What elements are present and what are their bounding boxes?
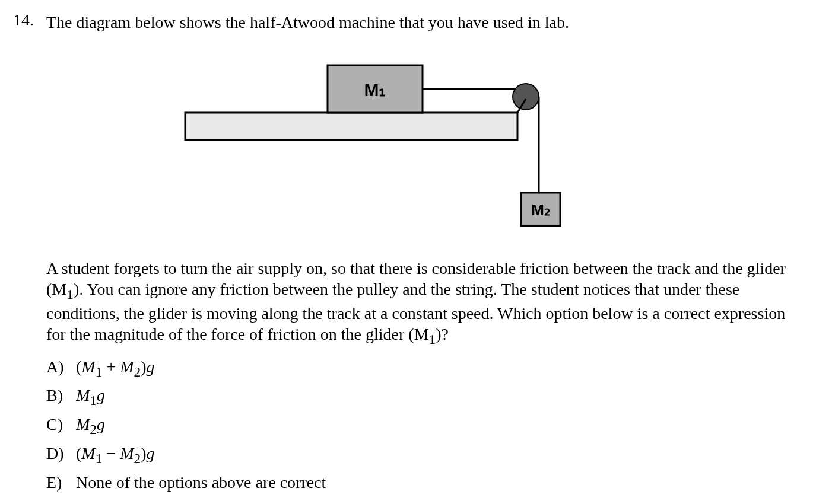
option-e: E) None of the options above are correct [46, 470, 808, 496]
label-m1: M₁ [364, 80, 386, 100]
question-body: A student forgets to turn the air supply… [46, 258, 796, 348]
label-m2: M₂ [531, 201, 550, 219]
option-d: D) (M1 − M2)g [46, 441, 808, 470]
answer-options: A) (M1 + M2)g B) M1g C) M2g D) (M1 − M2)… [46, 354, 808, 496]
option-expression: M2g [76, 412, 105, 441]
question-stem: The diagram below shows the half-Atwood … [46, 12, 808, 33]
track [185, 113, 517, 140]
option-c: C) M2g [46, 412, 808, 441]
option-label: B) [46, 382, 68, 412]
option-label: A) [46, 354, 68, 383]
option-expression: (M1 − M2)g [76, 441, 154, 470]
pulley [513, 84, 539, 110]
option-expression: (M1 + M2)g [76, 354, 154, 383]
question-number: 14. [13, 11, 34, 30]
option-a: A) (M1 + M2)g [46, 354, 808, 383]
option-label: C) [46, 412, 68, 441]
half-atwood-diagram: M₁ M₂ [13, 56, 808, 234]
option-expression: None of the options above are correct [76, 470, 326, 496]
option-label: E) [46, 470, 68, 496]
option-label: D) [46, 441, 68, 470]
option-b: B) M1g [46, 382, 808, 412]
option-expression: M1g [76, 382, 105, 412]
